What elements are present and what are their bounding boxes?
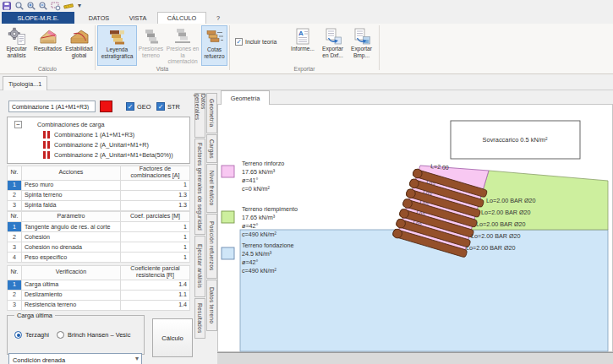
strata-legend-icon [108,28,127,46]
legend-gamma: 17.65 kN/m³ [242,214,276,221]
combination-name-input[interactable] [8,101,96,112]
tree-root-row[interactable]: − Combinaciones de carga [8,119,189,129]
presiones-terreno-button[interactable]: Presiones terreno [138,25,164,66]
terzaghi-radio-row: Terzaghi [14,331,49,339]
table-row[interactable]: 1 Carga última 1.4 [8,280,190,290]
str-checkbox-row: ✓ STR [156,102,180,111]
informe-label: Informe... [291,46,315,52]
side-tab-datos-terreno[interactable]: Datos terreno [206,280,217,331]
side-tab-posicion-refuerzos[interactable]: Posición refuerzos [206,214,217,279]
table-row[interactable]: 1 Peso muro 1 [8,180,190,190]
zoom-icon[interactable] [14,1,25,11]
legend-phi: ø=42° [242,222,259,230]
informe-button[interactable]: A Informe... [288,25,317,66]
legend-name: Terreno riempimento [242,205,298,213]
surcharge-label: Sovraccarico 0.5 kN/m² [483,136,548,144]
cotas-refuerzo-button[interactable]: Cotas refuerzo [201,25,227,66]
geo-label: GEO [137,103,151,111]
tab-datos[interactable]: DATOS [79,12,118,24]
toolbar-options-icon[interactable]: ▾ [78,2,81,9]
estabilidad-global-label: Estabilidad global [64,46,94,58]
group-label-vista: Vista [96,66,229,72]
measure-icon[interactable] [63,1,74,11]
bar-length-label: Lo=2.00 BAR Ø20 [486,197,536,204]
tab-vista[interactable]: VISTA [120,12,156,24]
foundation-soil-region [240,230,608,351]
side-tab-resultados[interactable]: Resultados [194,298,205,339]
leyenda-estratigrafica-button[interactable]: Leyenda estratigráfica [97,25,137,66]
zoom-in-icon[interactable] [26,1,36,11]
collapse-icon[interactable]: − [14,121,22,128]
ejecutar-analisis-label: Ejecutar análisis [2,46,31,58]
presiones-cimentacion-button[interactable]: Presiones en la cimentación [165,25,200,66]
group-divider [229,25,230,70]
legend-phi: ø=42° [242,258,259,266]
parametros-table: Nr. Parámetro Coef. parciales [M] 1 Tang… [7,211,190,263]
side-tab-datos-generales[interactable]: Datos generales [194,93,205,138]
side-tab-factores-seguridad[interactable]: Factores generales de seguridad [194,139,205,235]
col-header: Acciones [22,166,121,181]
tree-item-label: Combinazione 1 (A1+M1+R3) [54,131,134,139]
tab-slope-mre[interactable]: SLOPE-M.R.E. [2,12,74,24]
table-row[interactable]: 2 Spinta terreno 1.3 [8,190,190,200]
geo-checkbox-row: ✓ GEO [126,102,151,111]
geo-checkbox[interactable]: ✓ [126,102,134,111]
tab-calculo[interactable]: CÁLCULO [157,12,206,24]
table-row[interactable]: 2 Deslizamiento 1.1 [8,290,190,300]
condition-dropdown[interactable]: Condición drenada ▾ [8,353,142,364]
col-header: Nr. [8,212,22,222]
foundation-pressures-icon [173,27,192,46]
zoom-out-icon[interactable] [38,1,48,11]
condition-dropdown-value: Condición drenada [13,356,65,364]
col-header: Factores de combinaciones [A] [121,166,190,181]
legend-name: Terreno fondazione [242,242,294,249]
group-divider [379,25,380,70]
bar-length-label: Lo=2.00 BAR Ø20 [481,209,531,216]
tree-item[interactable]: Combinazione 1 (A1+M1+R3) [8,129,189,139]
resultados-label: Resultados [34,46,62,52]
acciones-table: Nr. Acciones Factores de combinaciones [… [7,166,190,211]
save-icon[interactable] [2,1,12,11]
tree-item[interactable]: Combinazione 2 (A_Unitari+M1+R) [8,139,189,149]
exportar-dxf-button[interactable]: Exportar en Dxf... [319,25,347,66]
brinch-hansen-radio[interactable] [57,331,64,339]
calculo-button-label: Cálculo [161,334,183,342]
col-header: Nr. [8,166,22,181]
zoom-window-icon[interactable] [51,1,61,11]
table-row[interactable]: 3 Cohesión no drenada 1 [8,242,190,253]
estabilidad-global-button[interactable]: Estabilidad global [64,25,94,66]
legend-phi: ø=41° [242,177,259,184]
exportar-bmp-button[interactable]: Exportar Bmp... [348,25,375,66]
side-tab-cargas[interactable]: Cargas [206,134,217,163]
table-row[interactable]: 3 Resistencia terreno 1.4 [8,300,190,310]
table-row[interactable]: 1 Tangente ángulo de res. al corte 1 [8,222,190,232]
app-window: ▾ SLOPE-M.R.E. DATOS VISTA CÁLCULO ? Eje… [0,0,613,364]
incluir-teoria-label: Incluir teoría [245,39,276,45]
tree-item[interactable]: Combinazione 2 (A_Unitari+M1+Beta(50%)) [8,149,189,160]
terzaghi-radio[interactable] [14,331,22,339]
group-divider [95,25,96,70]
table-row[interactable]: 3 Spinta falda 1.3 [8,200,190,210]
incluir-teoria-checkbox[interactable]: ✓ [235,38,243,46]
bar-length-label: Lo=2.00 BAR Ø20 [466,244,516,252]
calculo-button[interactable]: Cálculo [152,318,193,357]
legend-c: c=0 kN/m² [242,185,271,193]
resultados-button[interactable]: Resultados [33,25,63,66]
table-row[interactable]: 4 Peso específico 1 [8,253,190,263]
table-row[interactable]: 2 Cohesión 1 [8,232,190,242]
str-label: STR [167,103,180,111]
side-tab-nivel-freatico[interactable]: Nivel freático [206,164,217,213]
geometria-canvas-tab-label: Geometría [231,95,260,102]
fill-soil-swatch [222,211,234,223]
tab-help[interactable]: ? [211,12,225,24]
side-tab-ejecutar-analisis[interactable]: Ejecutar análisis [194,236,205,297]
leyenda-estratigrafica-label: Leyenda estratigráfica [98,46,136,59]
canvas-scrollbar[interactable] [217,352,613,364]
str-checkbox[interactable]: ✓ [156,102,165,111]
ejecutar-analisis-button[interactable]: Ejecutar análisis [2,25,31,66]
report-icon: A [293,27,312,46]
combination-color-swatch[interactable] [100,101,112,112]
typology-tab[interactable]: Tipología...1 [3,76,47,90]
side-tab-geometria[interactable]: Geometría [206,93,217,133]
geometria-canvas-tab[interactable]: Geometría [221,90,270,105]
